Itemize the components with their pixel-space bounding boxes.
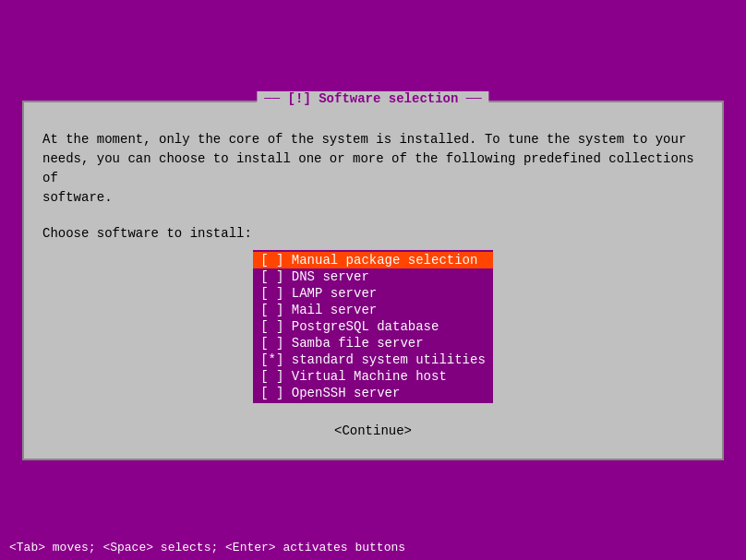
dialog-title: ── [!] Software selection ── bbox=[257, 91, 488, 106]
dialog-container: ── [!] Software selection ── At the mome… bbox=[22, 101, 724, 460]
package-list: [ ] Manual package selection[ ] DNS serv… bbox=[253, 250, 493, 403]
dialog-title-text: [!] Software selection bbox=[288, 91, 459, 106]
package-item-dns[interactable]: [ ] DNS server bbox=[253, 268, 493, 285]
dialog-body: At the moment, only the core of the syst… bbox=[24, 102, 722, 459]
package-item-manual[interactable]: [ ] Manual package selection bbox=[253, 252, 493, 268]
continue-button[interactable]: <Continue> bbox=[327, 422, 419, 440]
status-bar-text: <Tab> moves; <Space> selects; <Enter> ac… bbox=[9, 541, 405, 554]
choose-label: Choose software to install: bbox=[42, 226, 704, 241]
status-bar: <Tab> moves; <Space> selects; <Enter> ac… bbox=[0, 535, 746, 560]
package-item-samba[interactable]: [ ] Samba file server bbox=[253, 335, 493, 351]
package-item-postgresql[interactable]: [ ] PostgreSQL database bbox=[253, 318, 493, 335]
package-item-mail[interactable]: [ ] Mail server bbox=[253, 302, 493, 318]
package-item-lamp[interactable]: [ ] LAMP server bbox=[253, 285, 493, 302]
package-item-standard[interactable]: [*] standard system utilities bbox=[253, 351, 493, 368]
package-item-virt[interactable]: [ ] Virtual Machine host bbox=[253, 368, 493, 385]
description-text: At the moment, only the core of the syst… bbox=[42, 130, 704, 208]
package-list-container: [ ] Manual package selection[ ] DNS serv… bbox=[42, 250, 704, 403]
package-item-openssh[interactable]: [ ] OpenSSH server bbox=[253, 385, 493, 401]
continue-container: <Continue> bbox=[42, 422, 704, 440]
